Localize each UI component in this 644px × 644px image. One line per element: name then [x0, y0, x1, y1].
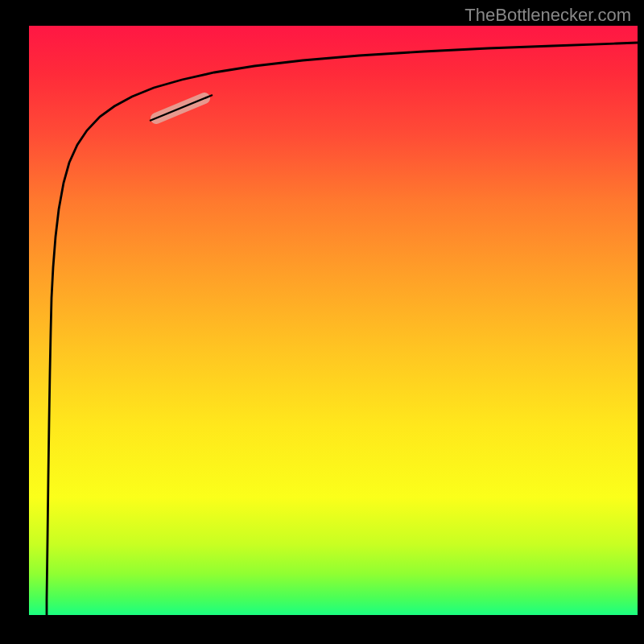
- attribution-text: TheBottlenecker.com: [464, 5, 631, 26]
- bottleneck-curve-line: [47, 43, 638, 615]
- frame-left: [0, 0, 29, 644]
- frame-bottom: [0, 615, 644, 644]
- curve-group: [47, 43, 638, 615]
- chart-svg: [29, 26, 638, 615]
- frame-right: [638, 0, 644, 644]
- bottleneck-curve-line-overlay: [150, 95, 213, 121]
